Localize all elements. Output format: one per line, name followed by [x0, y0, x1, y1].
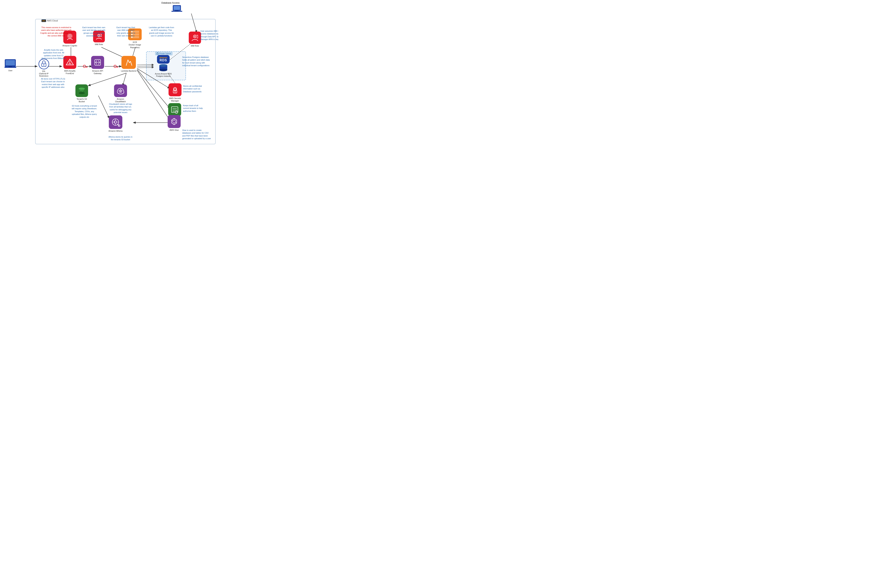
- rds-icon-box: AmazonRDS Aurora Amazon RDSPostgres Inst…: [152, 55, 175, 77]
- svg-point-35: [83, 65, 86, 68]
- private-subnet-label: Private Subnet: [155, 52, 172, 55]
- main-container: Database Access aws AWS Cloud Private Su…: [0, 0, 218, 147]
- s3-label: Tenant's S3Bucket: [77, 98, 87, 103]
- svg-rect-28: [9, 66, 12, 67]
- rds-annotation: Serverless Postgres databaseholds all pa…: [182, 56, 216, 67]
- lambda-label: Lambda Backend: [121, 70, 137, 72]
- db-access-label: Database Access: [161, 2, 180, 4]
- iam-role-right-label: IAM Role: [191, 45, 199, 47]
- s3-annotation: S3 hosts everything a tenantwill require…: [69, 105, 100, 118]
- svg-point-57: [194, 36, 195, 37]
- svg-rect-4: [156, 53, 158, 54]
- cloudwatch-icon-box: AmazonCloudWatch: [112, 84, 129, 103]
- svg-point-87: [173, 120, 176, 123]
- svg-rect-26: [6, 60, 15, 66]
- user-icon-box: User: [5, 58, 16, 72]
- svg-rect-1: [174, 6, 180, 10]
- ecr-annotation: Lambdas get their code froman ECR reposi…: [146, 26, 177, 38]
- access-restricted-annotation: This means access is restricted to users…: [40, 26, 72, 38]
- cloudwatch-annotation: Cloudwatch stores all logsfrom all lambd…: [105, 103, 136, 114]
- s3-icon-box: Tenant's S3Bucket: [74, 84, 90, 103]
- glue-icon-box: AWS Glue: [166, 115, 182, 131]
- parameter-annotation: Keeps track of allcurrent tenants to hel…: [183, 104, 213, 112]
- svg-point-29: [39, 59, 49, 69]
- svg-point-68: [120, 91, 121, 92]
- amplify-annotation: Amplify hosts the webapplication front e…: [40, 49, 67, 60]
- secrets-label: AWS SecretsManager: [169, 97, 181, 102]
- cloudwatch-label: AmazonCloudWatch: [115, 98, 126, 103]
- https-annotation: All done over HTTPS (TLS)Each tenant can…: [39, 78, 67, 89]
- ssl-label: SSL(Optional IPRestriction): [39, 70, 48, 77]
- api-gateway-icon-box: Amazon APIGateway: [90, 56, 106, 75]
- api-gateway-label: Amazon APIGateway: [92, 70, 103, 75]
- iam-right-annotation: User assumes IAM role toaccess database …: [200, 30, 218, 41]
- cognito-label: Amazon Cognito: [62, 44, 77, 47]
- iam-role-right-icon-box: IAM Role: [188, 32, 202, 47]
- svg-point-61: [159, 64, 167, 67]
- aws-badge: aws: [42, 20, 46, 22]
- cognito-annotation: Each tenant has their ownuser and identi…: [80, 26, 108, 38]
- athena-icon-box: Amazon Athena: [107, 116, 125, 132]
- db-laptop-icon: [171, 4, 182, 14]
- svg-point-60: [159, 69, 167, 71]
- svg-point-65: [79, 88, 85, 90]
- amplify-label: AWS AmplifyFrontEnd: [64, 70, 75, 75]
- ssl-icon-box: SSL(Optional IPRestriction): [37, 58, 51, 77]
- glue-annotation: Glue is used to createdatabases and tabl…: [182, 129, 216, 140]
- aws-cloud-label: aws AWS Cloud: [42, 20, 58, 22]
- glue-label: AWS Glue: [170, 129, 179, 131]
- ecr-label: ECRDocker Image Repository: [125, 41, 145, 49]
- svg-point-31: [43, 64, 44, 66]
- svg-point-77: [175, 111, 178, 113]
- athena-annotation: Athena stores its queries inthe tenants …: [104, 136, 137, 141]
- svg-point-80: [114, 121, 117, 123]
- key-icon-2: [113, 64, 119, 70]
- secrets-annotation: Stores all confidentialinformation such …: [183, 85, 213, 93]
- lambda-icon-box: Lambda Backend: [120, 56, 138, 72]
- svg-rect-3: [175, 10, 179, 11]
- svg-point-64: [79, 92, 85, 94]
- svg-point-46: [114, 65, 116, 68]
- user-label: User: [8, 69, 12, 72]
- svg-point-71: [175, 91, 176, 92]
- athena-label: Amazon Athena: [108, 130, 123, 132]
- iam-center-annotation: Each tenant has theirown IAM role whicho…: [112, 26, 140, 38]
- iam-role-center-label: IAM Role: [95, 43, 103, 46]
- rds-label: Aurora Amazon RDSPostgres Instance: [155, 73, 172, 77]
- key-icon-1: [83, 64, 88, 70]
- secrets-icon-box: AWS SecretsManager: [167, 83, 183, 102]
